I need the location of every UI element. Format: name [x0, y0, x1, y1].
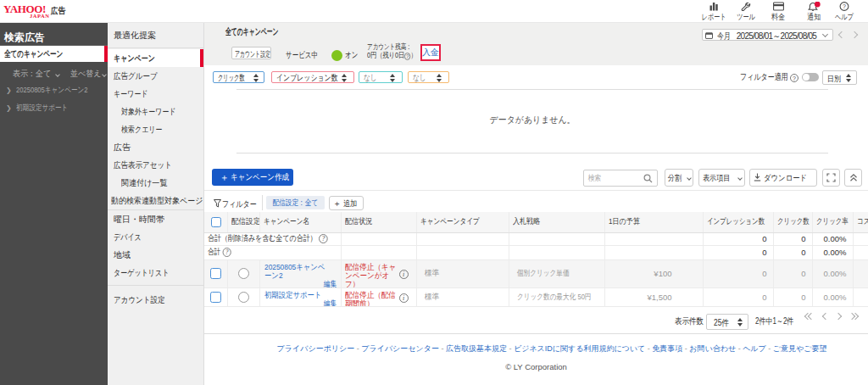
svg-text:?: ? [843, 3, 846, 9]
